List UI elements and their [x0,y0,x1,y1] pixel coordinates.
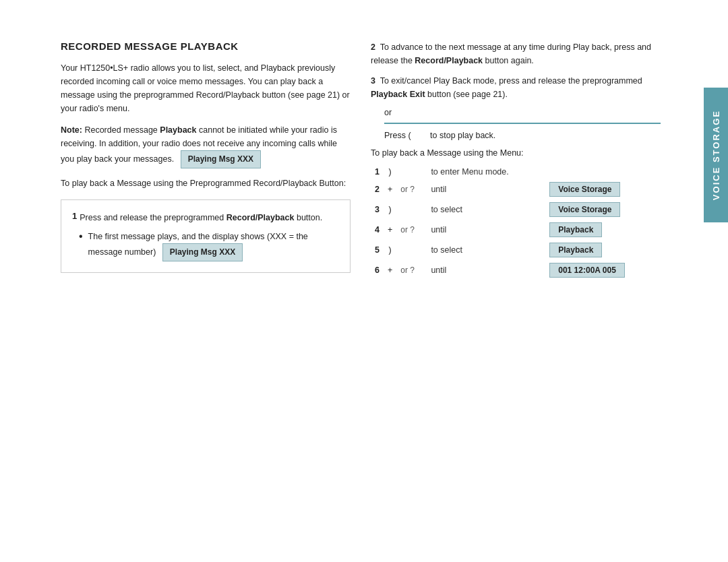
bullet-content: The first message plays, and the display… [88,230,332,261]
voice-storage-label: VOICE STORAGE [711,110,721,200]
instruction-box: 1 Press and release the preprogrammed Re… [61,199,351,273]
menu-step-num: 6 [371,260,384,280]
menu-connector: or ? [396,260,427,280]
note-paragraph: Note: Recorded message Playback cannot b… [61,123,351,168]
menu-badge: Voice Storage [549,182,620,197]
bullet-dot: • [79,231,83,242]
step-1-bold: Record/Playback [226,213,295,222]
divider-line [384,123,661,124]
right-step3-bold: Playback Exit [371,90,425,99]
menu-symbol: ) [384,164,396,179]
menu-badge-cell: 001 12:00A 005 [545,260,661,280]
menu-symbol: ) [384,240,396,260]
menu-table: 1)to enter Menu mode.2+or ?untilVoice St… [371,164,661,280]
right-step-3: 3 To exit/cancel Play Back mode, press a… [371,74,661,101]
menu-connector: or ? [396,179,427,199]
menu-row-5: 5)to selectPlayback [371,240,661,260]
section-title: RECORDED MESSAGE PLAYBACK [61,40,351,52]
left-column: RECORDED MESSAGE PLAYBACK Your HT1250•LS… [61,40,351,522]
press-line: Press ( to stop play back. [384,131,661,140]
menu-connector [396,240,427,260]
intro-paragraph: Your HT1250•LS+ radio allows you to list… [61,61,351,115]
menu-row-2: 2+or ?untilVoice Storage [371,179,661,199]
menu-symbol: + [384,220,396,240]
menu-badge: 001 12:00A 005 [549,263,625,278]
right-column: 2 To advance to the next message at any … [371,40,661,522]
note-bold-playback: Playback [160,125,196,135]
menu-symbol: + [384,179,396,199]
menu-step-num: 2 [371,179,384,199]
menu-badge-cell: Voice Storage [545,199,661,220]
menu-connector [396,199,427,220]
menu-badge-cell [545,164,661,179]
display-badge-inline: Playing Msg XXX [181,150,261,168]
or-text: or [384,108,661,117]
sub-note: To play back a Message using the Preprog… [61,177,351,190]
menu-row-3: 3)to selectVoice Storage [371,199,661,220]
step-1-row: 1 Press and release the preprogrammed Re… [72,211,339,224]
or-section: or Press ( to stop play back. [371,108,661,140]
menu-badge: Voice Storage [549,202,620,217]
menu-action: to select [427,199,545,220]
menu-connector [396,164,427,179]
menu-action: until [427,179,545,199]
menu-action: to enter Menu mode. [427,164,545,179]
menu-step-num: 1 [371,164,384,179]
menu-action: until [427,220,545,240]
right-step2-bold: Record/Playback [415,56,483,65]
menu-badge: Playback [549,222,602,237]
right-step3-number: 3 [371,76,375,86]
menu-row-1: 1)to enter Menu mode. [371,164,661,179]
menu-badge: Playback [549,243,602,257]
menu-action: to select [427,240,545,260]
menu-action: until [427,260,545,280]
menu-step-num: 3 [371,199,384,220]
right-step-2: 2 To advance to the next message at any … [371,40,661,67]
menu-step-num: 4 [371,220,384,240]
step-1-text: Press and release the preprogrammed Reco… [80,211,322,224]
menu-intro: To play back a Message using the Menu: [371,148,661,158]
menu-connector: or ? [396,220,427,240]
display-badge-box: Playing Msg XXX [162,243,243,261]
menu-symbol: ) [384,199,396,220]
menu-badge-cell: Voice Storage [545,179,661,199]
menu-step-num: 5 [371,240,384,260]
menu-badge-cell: Playback [545,220,661,240]
menu-symbol: + [384,260,396,280]
right-step2-number: 2 [371,42,375,52]
menu-badge-cell: Playback [545,240,661,260]
voice-storage-tab: VOICE STORAGE [704,88,728,222]
bullet-row: • The first message plays, and the displ… [72,230,339,261]
menu-row-6: 6+or ?until001 12:00A 005 [371,260,661,280]
note-bold-prefix: Note: [61,125,82,135]
step-1-number: 1 [72,211,77,221]
menu-row-4: 4+or ?untilPlayback [371,220,661,240]
